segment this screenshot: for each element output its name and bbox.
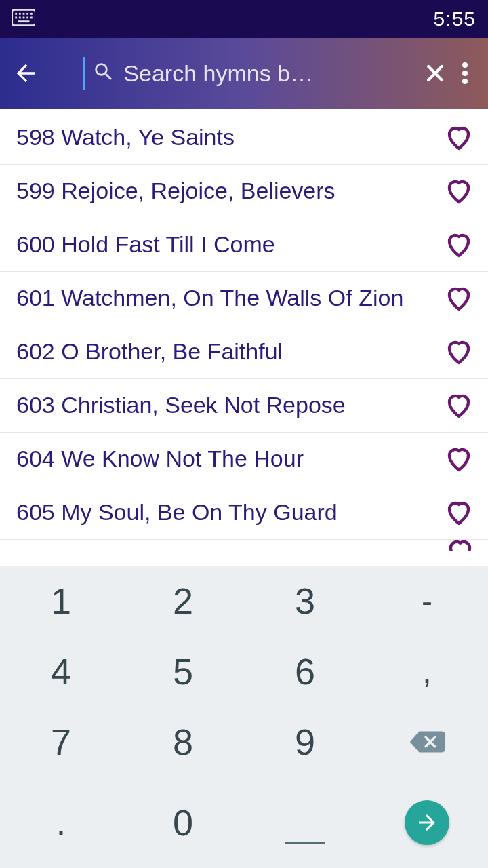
svg-rect-2 [19, 13, 21, 15]
heart-icon [445, 391, 473, 420]
favorite-button[interactable] [443, 443, 474, 475]
clear-button[interactable] [418, 53, 451, 94]
favorite-button[interactable] [443, 176, 474, 207]
hymn-title: 598 Watch, Ye Saints [16, 122, 443, 153]
svg-point-15 [462, 71, 468, 76]
svg-rect-11 [18, 20, 30, 22]
hymn-title: 602 O Brother, Be Faithful [16, 336, 443, 368]
heart-icon [445, 231, 473, 259]
key-dot[interactable]: . [0, 777, 122, 868]
key-6[interactable]: 6 [244, 636, 366, 707]
more-vert-icon [462, 62, 468, 84]
favorite-button[interactable] [443, 336, 474, 368]
svg-rect-4 [26, 13, 28, 15]
key-8[interactable]: 8 [122, 707, 244, 777]
key-7[interactable]: 7 [0, 707, 122, 777]
svg-rect-8 [23, 17, 25, 19]
heart-icon [445, 284, 473, 313]
backspace-icon [407, 728, 447, 755]
numeric-keypad: 1 2 3 - 4 5 6 , 7 8 9 . 0 [0, 566, 488, 868]
hymn-title: 601 Watchmen, On The Walls Of Zion [16, 283, 443, 314]
key-enter[interactable] [366, 777, 488, 868]
space-indicator [285, 842, 325, 844]
search-underline [83, 104, 411, 104]
svg-rect-3 [23, 13, 25, 15]
search-icon [92, 60, 115, 86]
svg-rect-6 [15, 17, 17, 19]
hymn-title: 604 We Know Not The Hour [16, 443, 443, 475]
hymn-title: 605 My Soul, Be On Thy Guard [16, 497, 443, 528]
favorite-button[interactable] [443, 497, 474, 528]
app-bar [0, 38, 488, 108]
status-bar: 5:55 [0, 0, 488, 38]
svg-rect-7 [19, 17, 21, 19]
svg-point-14 [462, 62, 468, 68]
hymn-title: 603 Christian, Seek Not Repose [16, 390, 443, 421]
hymn-list: 598 Watch, Ye Saints 599 Rejoice, Rejoic… [0, 108, 488, 551]
hymn-row[interactable]: 603 Christian, Seek Not Repose [0, 379, 488, 433]
keyboard-indicator-icon [12, 9, 35, 28]
key-9[interactable]: 9 [244, 707, 366, 777]
svg-rect-10 [30, 17, 33, 19]
heart-icon [445, 498, 473, 527]
svg-rect-9 [26, 17, 28, 19]
hymn-row[interactable]: 598 Watch, Ye Saints [0, 108, 488, 165]
search-field-wrap[interactable] [83, 38, 411, 108]
key-2[interactable]: 2 [122, 566, 244, 636]
hymn-row[interactable]: 605 My Soul, Be On Thy Guard [0, 486, 488, 540]
heart-icon [445, 123, 473, 152]
hymn-row[interactable]: 601 Watchmen, On The Walls Of Zion [0, 272, 488, 326]
heart-icon [445, 177, 473, 205]
hymn-row-partial [0, 540, 488, 551]
favorite-button[interactable] [443, 229, 474, 260]
key-5[interactable]: 5 [122, 636, 244, 707]
key-space[interactable] [244, 777, 366, 868]
key-comma[interactable]: , [366, 636, 488, 707]
key-3[interactable]: 3 [244, 566, 366, 636]
heart-icon [445, 338, 473, 366]
status-time: 5:55 [434, 7, 476, 31]
hymn-row[interactable]: 599 Rejoice, Rejoice, Believers [0, 165, 488, 218]
arrow-forward-icon [415, 810, 439, 835]
heart-icon [446, 540, 474, 551]
heart-icon [445, 445, 473, 473]
svg-point-16 [462, 79, 468, 84]
hymn-row[interactable]: 604 We Know Not The Hour [0, 433, 488, 486]
favorite-button[interactable] [443, 390, 474, 421]
key-4[interactable]: 4 [0, 636, 122, 707]
text-cursor [83, 57, 85, 90]
hymn-title: 600 Hold Fast Till I Come [16, 229, 443, 260]
favorite-button[interactable] [443, 283, 474, 314]
hymn-row[interactable]: 600 Hold Fast Till I Come [0, 218, 488, 272]
svg-rect-1 [15, 13, 17, 15]
svg-rect-5 [30, 13, 33, 15]
favorite-button[interactable] [443, 122, 474, 153]
key-1[interactable]: 1 [0, 566, 122, 636]
hymn-title: 599 Rejoice, Rejoice, Believers [16, 176, 443, 207]
search-input[interactable] [115, 60, 411, 87]
back-button[interactable] [9, 53, 42, 94]
overflow-menu-button[interactable] [451, 53, 479, 94]
arrow-back-icon [12, 60, 39, 87]
close-icon [424, 62, 447, 85]
key-backspace[interactable] [366, 707, 488, 777]
key-dash[interactable]: - [366, 566, 488, 636]
key-0[interactable]: 0 [122, 777, 244, 868]
hymn-row[interactable]: 602 O Brother, Be Faithful [0, 326, 488, 379]
